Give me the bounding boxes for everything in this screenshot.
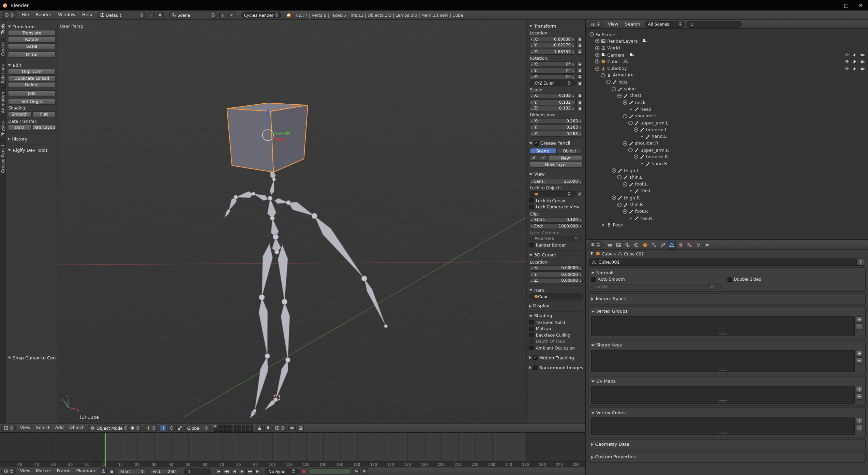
delete-layout-button[interactable]: ✕	[156, 12, 164, 18]
lock-to-scene-toggle[interactable]	[256, 425, 263, 431]
panel-header-history[interactable]: History	[8, 136, 56, 142]
render-engine-select[interactable]: Cycles Render	[241, 12, 281, 18]
panel-header-texture-space[interactable]: Texture Space	[591, 295, 863, 302]
breadcrumb-data[interactable]: Cube.001	[624, 251, 644, 256]
outliner-item-shin-r[interactable]: −shin.R	[586, 201, 868, 208]
panel-header-geometry-data[interactable]: Geometry Data	[591, 441, 863, 448]
menu-render[interactable]: Render	[32, 11, 55, 19]
resize-grip[interactable]	[719, 400, 727, 402]
layer-toggle-7[interactable]	[218, 428, 221, 432]
delete-keyframe-button[interactable]	[361, 468, 368, 474]
data-transfer-button-data-layout[interactable]: Data Layout	[32, 124, 56, 131]
outliner-item-scene[interactable]: −Scene	[586, 31, 868, 38]
outliner-item-toe-r[interactable]: toe.R	[586, 215, 868, 222]
new-grease-pencil-button[interactable]: New	[548, 155, 583, 161]
panel-header-shape-keys[interactable]: Shape Keys	[591, 342, 863, 349]
remove-vertex-color-button[interactable]: −	[856, 425, 863, 431]
breadcrumb-object[interactable]: Cube	[602, 251, 612, 256]
tool-button-set-origin[interactable]: Set Origin	[8, 99, 56, 105]
checkbox-box[interactable]	[529, 320, 534, 325]
clip-end-field[interactable]: End:1000.000	[529, 223, 583, 229]
viewport-canvas[interactable]: x y z	[0, 20, 585, 424]
outliner-item-cube[interactable]: +Cube|	[586, 58, 868, 65]
properties-tab-texture[interactable]	[685, 241, 693, 249]
keying-set-field[interactable]	[309, 468, 352, 474]
layer-toggle-9[interactable]	[225, 428, 229, 432]
timeline-menu-view[interactable]: View	[17, 467, 33, 475]
layer-toggle-6[interactable]	[214, 428, 217, 432]
lock-icon[interactable]	[576, 68, 583, 73]
remove-uv-map-button[interactable]: −	[856, 393, 863, 400]
viewport-shading-select[interactable]	[128, 425, 143, 431]
close-button[interactable]: ✕	[854, 0, 868, 11]
camera-icon[interactable]	[860, 59, 865, 64]
shading-button-smooth[interactable]: Smooth	[8, 111, 32, 117]
render-opengl-button[interactable]	[288, 425, 296, 431]
double-sided-checkbox[interactable]: Double Sided	[727, 276, 863, 283]
outliner-item-spine[interactable]: −spine	[586, 86, 868, 92]
properties-tab-object[interactable]	[641, 241, 649, 249]
viewport-menu-add[interactable]: Add	[53, 424, 66, 432]
item-name-field[interactable]: Cube	[529, 294, 583, 299]
checkbox-box[interactable]	[529, 339, 534, 344]
layer-toggle-20[interactable]	[250, 428, 253, 432]
lock-icon[interactable]	[576, 42, 583, 48]
collapse-icon[interactable]: −	[595, 66, 599, 71]
maximize-button[interactable]: □	[839, 0, 854, 11]
frame-start-field[interactable]: Start:1	[116, 468, 147, 474]
npanel-header-item[interactable]: Item	[529, 287, 583, 293]
minimize-button[interactable]: –	[825, 0, 839, 11]
collapse-icon[interactable]: −	[623, 182, 627, 187]
outliner-item-foot-l[interactable]: −foot.L	[586, 181, 868, 188]
outliner-item-foot-r[interactable]: −foot.R	[586, 208, 868, 215]
expand-icon[interactable]: +	[595, 59, 599, 64]
play-reverse-button[interactable]: ◀	[231, 468, 238, 474]
collapse-icon[interactable]: −	[606, 80, 611, 84]
insert-keyframe-button[interactable]	[353, 468, 360, 474]
layer-toggle-5[interactable]	[229, 425, 233, 428]
mode-select[interactable]: Object Mode	[88, 425, 126, 431]
npanel-header-transform[interactable]: Transform	[529, 23, 583, 29]
outliner-item-thigh-l[interactable]: −thigh.L	[586, 167, 868, 174]
pin-icon[interactable]	[589, 251, 594, 256]
properties-tab-render-layers[interactable]	[614, 241, 623, 249]
outliner-item-upper-arm-l[interactable]: −upper_arm.L	[586, 119, 868, 126]
tool-button-scale[interactable]: Scale	[8, 43, 56, 49]
add-scene-button[interactable]: +	[219, 12, 226, 18]
timeline-canvas[interactable]: -50-40-30-20-100102030405060708090100110…	[0, 433, 585, 467]
layer-toggle-1[interactable]	[214, 425, 217, 428]
npanel-transform-rotation-y-field[interactable]: Y:0°	[529, 68, 575, 73]
checkbox-backface-culling[interactable]: Backface Culling	[529, 332, 583, 338]
play-button[interactable]: ▶	[238, 468, 245, 474]
resize-grip[interactable]	[719, 432, 727, 434]
shading-button-flat[interactable]: Flat	[32, 111, 56, 117]
npanel-cursor-location-z-field[interactable]: Z:0.00000	[529, 278, 583, 283]
npanel-header-display[interactable]: Display	[529, 302, 583, 309]
editor-type-button-properties[interactable]	[588, 241, 603, 248]
npanel-transform-dimensions-x-field[interactable]: X:0.263	[529, 118, 583, 124]
render-opengl-anim-button[interactable]	[297, 425, 304, 431]
layer-toggle-3[interactable]	[222, 425, 225, 428]
outliner-item-cubeboy[interactable]: −Cubeboy	[586, 65, 868, 72]
scene-select[interactable]: Scene	[169, 12, 218, 18]
layer-toggle-12[interactable]	[238, 425, 242, 428]
eye-icon[interactable]	[845, 59, 849, 64]
collapse-icon[interactable]: −	[617, 203, 622, 207]
editor-type-button-info[interactable]	[2, 12, 17, 18]
add-vertex-color-button[interactable]: +	[856, 417, 863, 424]
npanel-header-background-images[interactable]: Background Images	[529, 364, 583, 371]
uv-maps-list[interactable]	[591, 386, 855, 404]
checkbox-textured-solid[interactable]: Textured Solid	[529, 319, 583, 326]
clip-start-field[interactable]: Start:0.100	[529, 217, 583, 223]
background-images-checkbox[interactable]	[533, 366, 538, 370]
collapse-icon[interactable]: −	[617, 93, 622, 98]
layer-toggle-19[interactable]	[246, 428, 249, 432]
preview-range-toggle[interactable]	[100, 468, 107, 474]
tool-button-duplicate[interactable]: Duplicate	[8, 69, 56, 75]
properties-tab-material[interactable]	[676, 241, 685, 249]
snap-element-select[interactable]	[272, 425, 287, 431]
viewport-menu-object[interactable]: Object	[66, 424, 87, 432]
add-uv-map-button[interactable]: +	[856, 386, 863, 392]
npanel-transform-dimensions-z-field[interactable]: Z:0.263	[529, 131, 583, 136]
shape-keys-list[interactable]	[591, 350, 855, 372]
